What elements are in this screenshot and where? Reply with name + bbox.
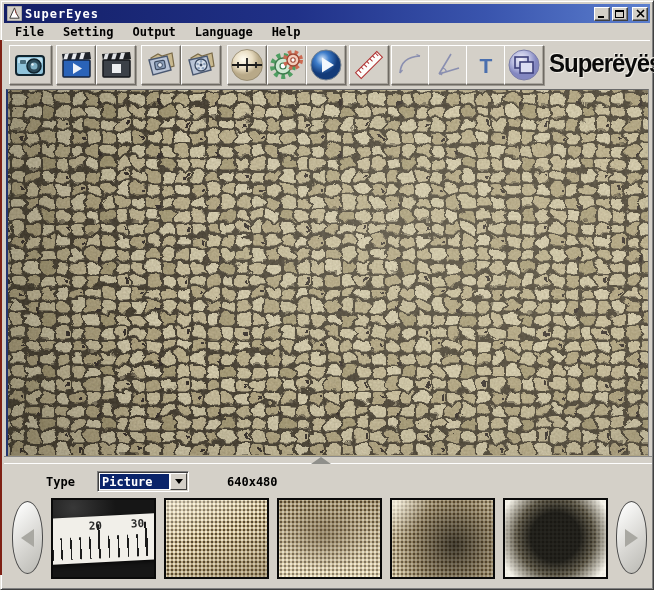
thumbnail-shade [279, 500, 380, 577]
title-bar[interactable]: SuperEyes [4, 4, 650, 23]
minimize-button[interactable] [594, 7, 610, 21]
thumbnail-fabric-dark[interactable] [390, 498, 495, 579]
thumbnail-ruler[interactable]: 20 30 [51, 498, 156, 579]
snapshot-button[interactable] [9, 45, 52, 85]
gallery-panel: Type Picture 640x480 20 30 [4, 464, 652, 588]
thumbnail-shade [166, 500, 267, 577]
menu-help[interactable]: Help [269, 24, 304, 40]
ruler-band: 20 30 [51, 513, 156, 565]
photo-folder-icon [145, 50, 177, 80]
ruler-icon [352, 48, 386, 82]
supereyes-logo: Superëyës [549, 48, 654, 79]
thumbnail-shade [392, 500, 493, 577]
type-dropdown-value: Picture [100, 474, 169, 489]
woven-fabric-image [8, 90, 649, 455]
resolution-label: 640x480 [227, 475, 278, 489]
play-preview-button[interactable] [306, 45, 346, 85]
thumbnail-fabric-darkest[interactable] [503, 498, 608, 579]
application-window: SuperEyes File Setting Output Language H… [0, 0, 654, 590]
settings-gears-icon [270, 49, 304, 81]
stop-video-icon [100, 51, 132, 79]
ruler-minor-ticks [51, 533, 156, 561]
open-photo-folder-button[interactable] [141, 45, 181, 85]
open-video-folder-button[interactable] [181, 45, 221, 85]
ruler-measure-button[interactable] [349, 45, 389, 85]
microscope-live-view[interactable] [6, 89, 649, 456]
app-logo-icon [7, 6, 22, 21]
stop-video-button[interactable] [96, 45, 136, 85]
desktop-edge-stripe [0, 40, 2, 575]
thumbnail-fabric-tan[interactable] [277, 498, 382, 579]
menu-bar: File Setting Output Language Help [4, 23, 650, 40]
thumbnail-fabric-light[interactable] [164, 498, 269, 579]
splitter-bar [4, 456, 652, 464]
camera-icon [15, 52, 47, 78]
type-label: Type [46, 475, 75, 489]
record-video-icon [60, 51, 92, 79]
maximize-icon [615, 9, 625, 18]
text-tool-icon: T [480, 55, 493, 76]
chevron-down-icon [175, 479, 183, 484]
toolbar: T Superëyës [4, 40, 650, 87]
crosshair-icon [230, 48, 264, 82]
layers-compare-button[interactable] [504, 45, 544, 85]
scroll-right-button[interactable] [616, 501, 647, 574]
play-icon [309, 48, 343, 82]
collapse-panel-arrow-icon[interactable] [311, 457, 331, 464]
minimize-icon [597, 9, 607, 18]
menu-setting[interactable]: Setting [60, 24, 117, 40]
close-icon [636, 9, 645, 18]
video-folder-icon [185, 50, 217, 80]
dropdown-button[interactable] [170, 473, 187, 490]
calibration-button[interactable] [227, 45, 267, 85]
menu-language[interactable]: Language [192, 24, 256, 40]
close-button[interactable] [632, 7, 648, 21]
text-annotation-button[interactable]: T [466, 45, 506, 85]
angle-measure-button[interactable] [428, 45, 468, 85]
angle-icon [431, 48, 465, 82]
maximize-button[interactable] [612, 7, 628, 21]
type-dropdown[interactable]: Picture [97, 471, 189, 492]
record-video-button[interactable] [56, 45, 96, 85]
arrow-left-icon [21, 529, 34, 547]
menu-output[interactable]: Output [129, 24, 178, 40]
arc-measure-button[interactable] [391, 45, 431, 85]
window-title: SuperEyes [25, 8, 99, 20]
arc-icon [394, 48, 428, 82]
scroll-left-button[interactable] [12, 501, 43, 574]
menu-file[interactable]: File [12, 24, 47, 40]
settings-button[interactable] [267, 45, 307, 85]
layers-icon [507, 48, 541, 82]
thumbnail-shade [505, 500, 606, 577]
arrow-right-icon [625, 529, 638, 547]
